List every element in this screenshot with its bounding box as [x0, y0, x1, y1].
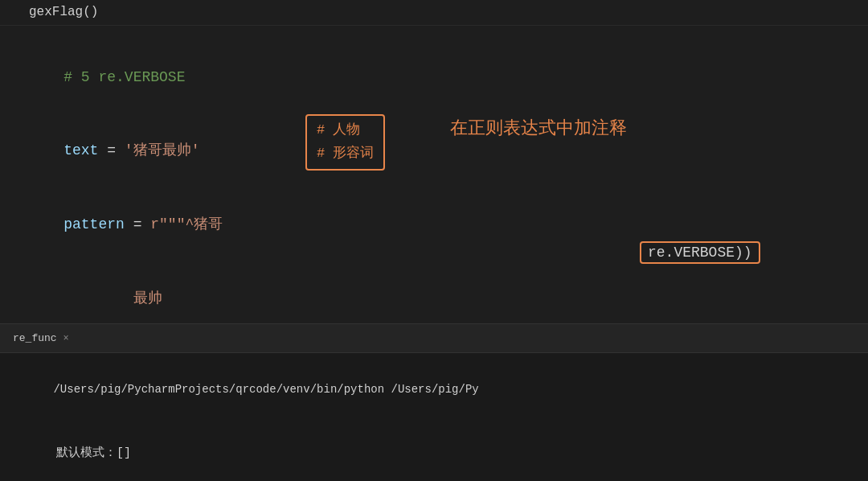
code-editor: # 5 re.VERBOSE text = '猪哥最帅' pattern = r… — [0, 26, 868, 323]
terminal-result-default: 默认模式：[] — [13, 421, 855, 481]
terminal-tab-bar: re_func × — [0, 324, 868, 353]
terminal-panel: re_func × /Users/pig/PycharmProjects/qrc… — [0, 323, 868, 481]
code-line-1: # 5 re.VERBOSE — [29, 40, 868, 114]
annotation-label-text: 在正则表达式中加注释 — [450, 116, 627, 140]
terminal-path-line: /Users/pig/PycharmProjects/qrcode/venv/b… — [13, 360, 855, 421]
annotation-box-verbose: re.VERBOSE)) — [640, 241, 760, 264]
terminal-tab-re-func[interactable]: re_func × — [13, 332, 69, 344]
code-line-4: 最帅 — [29, 261, 868, 323]
annotation-line-1: # 人物 — [317, 119, 374, 142]
annotation-box-comments: # 人物 # 形容词 — [305, 114, 385, 171]
annotation-line-2: # 形容词 — [317, 142, 374, 166]
partial-top-line: gexFlag() — [0, 0, 868, 26]
terminal-tab-label: re_func — [13, 332, 57, 344]
code-line-2: text = '猪哥最帅' — [29, 114, 868, 188]
terminal-output: /Users/pig/PycharmProjects/qrcode/venv/b… — [0, 353, 868, 481]
terminal-tab-close[interactable]: × — [63, 333, 69, 344]
partial-top-text: gexFlag() — [29, 5, 98, 19]
